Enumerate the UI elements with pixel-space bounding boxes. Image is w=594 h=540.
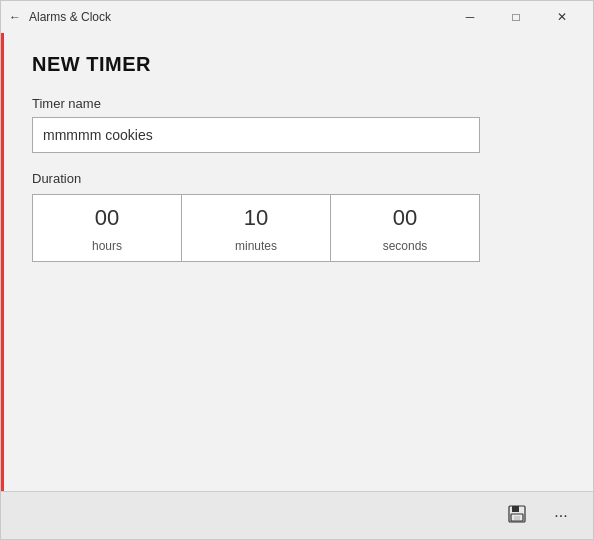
back-button[interactable]: ←	[9, 10, 21, 24]
main-content: NEW TIMER Timer name Duration 00 hours 1…	[1, 33, 593, 491]
duration-picker: 00 hours 10 minutes 00 seconds	[32, 194, 480, 262]
hours-col[interactable]: 00 hours	[33, 195, 182, 261]
footer: ···	[1, 491, 593, 539]
timer-name-input[interactable]	[32, 117, 480, 153]
app-title: Alarms & Clock	[29, 10, 111, 24]
close-button[interactable]: ✕	[539, 1, 585, 33]
back-icon: ←	[9, 10, 21, 24]
minimize-button[interactable]: ─	[447, 1, 493, 33]
more-options-button[interactable]: ···	[541, 498, 581, 534]
title-bar: ← Alarms & Clock ─ □ ✕	[1, 1, 593, 33]
hours-value[interactable]: 00	[33, 195, 181, 239]
svg-rect-1	[512, 506, 519, 512]
save-icon	[507, 504, 527, 528]
more-icon: ···	[554, 507, 567, 525]
window-controls: ─ □ ✕	[447, 1, 585, 33]
seconds-unit: seconds	[383, 239, 428, 261]
maximize-button[interactable]: □	[493, 1, 539, 33]
seconds-value[interactable]: 00	[331, 195, 479, 239]
maximize-icon: □	[512, 10, 519, 24]
hours-unit: hours	[92, 239, 122, 261]
timer-name-label: Timer name	[32, 96, 565, 111]
minutes-unit: minutes	[235, 239, 277, 261]
svg-rect-3	[514, 516, 520, 520]
save-button[interactable]	[497, 498, 537, 534]
minutes-value[interactable]: 10	[182, 195, 330, 239]
seconds-col[interactable]: 00 seconds	[331, 195, 479, 261]
page-title: NEW TIMER	[32, 53, 565, 76]
duration-label: Duration	[32, 171, 565, 186]
title-bar-left: ← Alarms & Clock	[9, 10, 447, 24]
app-window: ← Alarms & Clock ─ □ ✕ NEW TIMER Timer n…	[0, 0, 594, 540]
minimize-icon: ─	[466, 10, 475, 24]
close-icon: ✕	[557, 10, 567, 24]
minutes-col[interactable]: 10 minutes	[182, 195, 331, 261]
